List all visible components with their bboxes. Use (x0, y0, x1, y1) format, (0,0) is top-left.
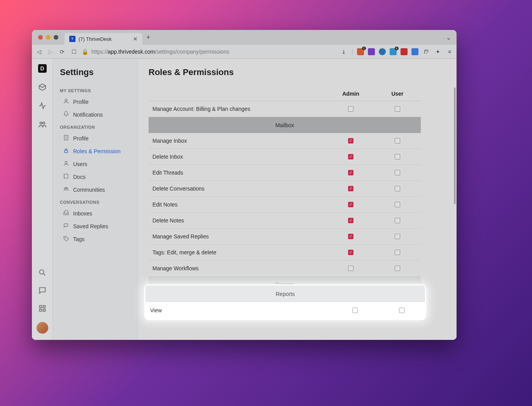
column-header-admin: Admin (327, 91, 374, 97)
forward-icon[interactable]: ▷ (47, 49, 54, 55)
svg-point-0 (40, 122, 42, 124)
chat-rail-icon[interactable] (38, 286, 47, 295)
checkbox-admin[interactable] (348, 234, 354, 239)
sidebar-item-label: Inboxes (73, 210, 92, 217)
extensions-icon[interactable]: ✦ (434, 49, 442, 55)
minimize-window-icon[interactable] (46, 35, 51, 40)
sidebar-item-communities[interactable]: Communities (53, 183, 137, 196)
scrollbar-thumb[interactable] (454, 88, 456, 204)
svg-rect-4 (43, 306, 45, 308)
table-header: Admin User (149, 91, 421, 101)
permission-row: Manage Saved Replies (149, 229, 421, 245)
bookmark-icon[interactable]: ☐ (70, 49, 78, 55)
app-logo-icon[interactable]: D (38, 64, 47, 73)
permission-label: Manage Account: Billing & Plan changes (149, 106, 327, 112)
sidebar-item-profile[interactable]: Profile (53, 132, 137, 145)
checkbox-user[interactable] (395, 298, 400, 303)
ext-icon[interactable] (401, 48, 408, 55)
checkbox-user[interactable] (395, 106, 400, 112)
sidebar-item-users[interactable]: Users (53, 158, 137, 170)
permission-label: Manage Inbox (149, 138, 327, 144)
checkbox-user[interactable] (395, 234, 400, 239)
reload-icon[interactable]: ⟳ (58, 49, 66, 55)
sidebar-heading: Organization (53, 121, 137, 132)
sidebar-item-notifications[interactable]: Notifications (53, 108, 137, 121)
permission-row: Manage Account: Billing & Plan changes (149, 101, 421, 117)
new-tab-button[interactable]: + (146, 33, 150, 42)
checkbox-admin[interactable] (348, 202, 354, 207)
search-rail-icon[interactable] (38, 268, 47, 277)
community-icon (63, 186, 69, 193)
svg-point-12 (67, 188, 68, 189)
browser-tab[interactable]: T (7) ThriveDesk ✕ (65, 33, 142, 45)
column-header-user: User (374, 91, 421, 97)
close-tab-icon[interactable]: ✕ (133, 36, 138, 42)
close-window-icon[interactable] (38, 35, 43, 40)
sidebar-item-label: Notifications (73, 112, 103, 118)
checkbox-user[interactable] (395, 154, 400, 159)
brave-shield-ext-icon[interactable] (357, 48, 364, 55)
ext-icon[interactable] (379, 48, 386, 55)
permission-group-header: Reports (149, 276, 421, 292)
ext-icon[interactable] (390, 48, 397, 55)
permission-row: Export reporting data (149, 308, 421, 324)
svg-rect-8 (64, 135, 68, 140)
sidebar-item-tags[interactable]: Tags (53, 233, 137, 245)
sidebar-item-label: Users (73, 161, 88, 167)
browser-window: T (7) ThriveDesk ✕ + ⌄ ◁ ▷ ⟳ ☐ 🔒 https:/… (32, 30, 457, 340)
inbox-icon (63, 210, 69, 217)
permission-label: Delete Notes (149, 217, 327, 224)
sidebar-item-inboxes[interactable]: Inboxes (53, 207, 137, 220)
user-avatar[interactable] (37, 322, 48, 334)
page-title: Roles & Permissions (149, 67, 446, 77)
checkbox-admin[interactable] (348, 313, 354, 319)
sidebar-item-saved-replies[interactable]: Saved Replies (53, 220, 137, 233)
checkbox-admin[interactable] (348, 170, 354, 175)
sidebar-item-profile[interactable]: Profile (53, 95, 137, 108)
permission-label: Delete Inbox (149, 154, 327, 160)
ext-icon[interactable] (368, 48, 375, 55)
apps-rail-icon[interactable] (38, 304, 47, 313)
checkbox-admin[interactable] (348, 250, 354, 255)
settings-sidebar: Settings My SettingsProfileNotifications… (53, 59, 138, 340)
maximize-window-icon[interactable] (54, 35, 58, 40)
url-field[interactable]: 🔒 https://app.thrivedesk.com/settings/co… (82, 49, 336, 55)
svg-point-10 (65, 161, 67, 163)
checkbox-user[interactable] (395, 170, 400, 175)
checkbox-admin[interactable] (348, 218, 354, 223)
checkbox-user[interactable] (395, 202, 400, 207)
activity-rail-icon[interactable] (38, 102, 47, 110)
checkbox-admin[interactable] (348, 298, 354, 303)
url-bar: ◁ ▷ ⟳ ☐ 🔒 https://app.thrivedesk.com/set… (32, 45, 457, 59)
people-rail-icon[interactable] (38, 120, 47, 129)
checkbox-admin[interactable] (348, 106, 354, 112)
checkbox-admin[interactable] (348, 138, 354, 144)
app-content: D Settings My SettingsProfileNotificatio… (32, 59, 457, 340)
browser-menu-icon[interactable]: ≡ (446, 49, 453, 55)
sidebar-item-docs[interactable]: Docs (53, 170, 137, 183)
install-icon[interactable]: ⤓ (340, 49, 348, 55)
svg-point-14 (65, 237, 65, 238)
checkbox-user[interactable] (395, 138, 400, 144)
inbox-rail-icon[interactable] (38, 83, 47, 91)
sidebar-heading: Conversations (53, 196, 137, 207)
reply-icon (63, 222, 69, 230)
checkbox-admin[interactable] (348, 186, 354, 191)
checkbox-user[interactable] (395, 186, 400, 191)
checkbox-admin[interactable] (348, 266, 354, 271)
tabs-dropdown-icon[interactable]: ⌄ (446, 34, 451, 41)
sidebar-item-roles-permission[interactable]: Roles & Permission (53, 145, 137, 158)
permission-label: Export reporting data (149, 313, 327, 319)
lock-icon (63, 147, 69, 155)
checkbox-user[interactable] (395, 266, 400, 271)
checkbox-user[interactable] (395, 218, 400, 223)
extension-icons: ⤓ | f? ✦ ≡ (340, 48, 453, 55)
main-content: Roles & Permissions Admin User Manage Ac… (138, 59, 457, 340)
checkbox-user[interactable] (395, 313, 400, 319)
ext-icon[interactable] (411, 48, 418, 55)
checkbox-user[interactable] (395, 250, 400, 255)
permissions-table: Admin User Manage Account: Billing & Pla… (149, 91, 421, 324)
ext-icon[interactable]: f? (422, 49, 430, 55)
back-icon[interactable]: ◁ (35, 49, 43, 55)
checkbox-admin[interactable] (348, 154, 354, 159)
